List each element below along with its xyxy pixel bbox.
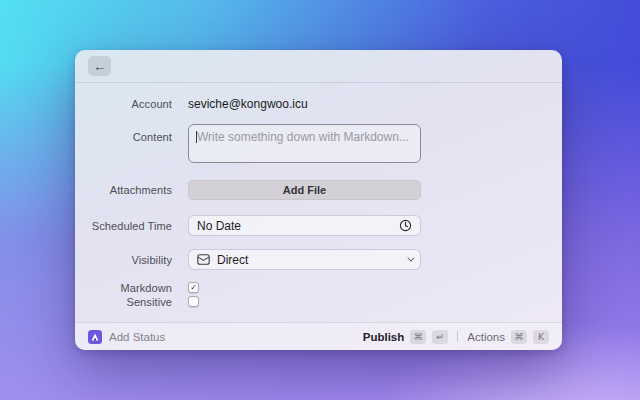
publish-button[interactable]: Publish	[363, 331, 405, 343]
markdown-label: Markdown	[75, 282, 188, 294]
return-key-icon: ↵	[432, 330, 448, 344]
visibility-value: Direct	[217, 253, 248, 267]
visibility-dropdown[interactable]: Direct	[188, 249, 421, 270]
markdown-row: Markdown ✓	[75, 281, 562, 294]
command-key-icon: ⌘	[410, 330, 426, 344]
text-cursor	[196, 131, 197, 143]
shortcut-divider	[457, 331, 458, 342]
clock-icon[interactable]	[399, 219, 412, 232]
add-file-button-label: Add File	[283, 184, 326, 196]
chevron-down-icon	[407, 255, 414, 262]
k-key-icon: K	[533, 330, 549, 344]
attachments-row: Attachments Add File	[75, 180, 562, 200]
account-value: seviche@kongwoo.icu	[188, 97, 421, 111]
account-row: Account seviche@kongwoo.icu	[75, 96, 562, 112]
footer-bar: Add Status Publish ⌘ ↵ Actions ⌘ K	[75, 322, 562, 350]
checkmark-icon: ✓	[190, 284, 197, 292]
command-key-icon: ⌘	[511, 330, 527, 344]
content-row: Content	[75, 124, 562, 163]
compose-status-window: ← Account seviche@kongwoo.icu Content At…	[75, 50, 562, 350]
account-label: Account	[75, 98, 188, 110]
window-status-label: Add Status	[109, 331, 165, 343]
window-titlebar: ←	[75, 50, 562, 83]
back-arrow-icon: ←	[93, 59, 106, 74]
visibility-label: Visibility	[75, 254, 188, 266]
visibility-row: Visibility Direct	[75, 249, 562, 270]
compose-form: Account seviche@kongwoo.icu Content Atta…	[75, 83, 562, 322]
scheduled-time-label: Scheduled Time	[75, 220, 188, 232]
sensitive-label: Sensitive	[75, 296, 188, 308]
scheduled-time-value: No Date	[197, 219, 241, 233]
add-file-button[interactable]: Add File	[188, 180, 421, 200]
attachments-label: Attachments	[75, 184, 188, 196]
sensitive-checkbox[interactable]	[188, 296, 199, 307]
scheduled-time-field[interactable]: No Date	[188, 215, 421, 236]
back-button[interactable]: ←	[88, 56, 111, 76]
app-icon	[88, 330, 102, 344]
envelope-icon	[197, 254, 210, 265]
scheduled-time-row: Scheduled Time No Date	[75, 215, 562, 236]
sensitive-row: Sensitive	[75, 295, 562, 308]
markdown-checkbox[interactable]: ✓	[188, 282, 199, 293]
actions-button[interactable]: Actions	[467, 331, 505, 343]
content-input[interactable]	[188, 124, 421, 163]
desktop-background: { "window": { "titlebar": { "back_icon":…	[0, 0, 640, 400]
content-label: Content	[75, 124, 188, 143]
